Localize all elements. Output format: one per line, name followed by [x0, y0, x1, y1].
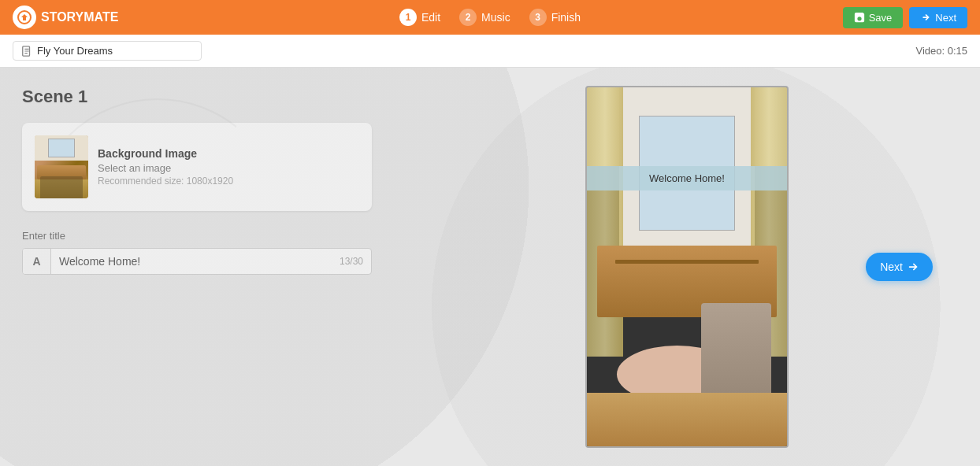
step-finish[interactable]: 3 Finish	[529, 9, 581, 26]
room-scene: Welcome Home!	[587, 87, 787, 446]
bg-select-text: Select an image	[98, 162, 233, 174]
header-actions: Save Next	[843, 7, 967, 28]
next-float-button[interactable]: Next	[866, 253, 933, 281]
step-edit[interactable]: 1 Edit	[399, 9, 440, 26]
title-char-count: 13/30	[332, 250, 371, 273]
next-label: Next	[935, 12, 956, 24]
phone-preview: Welcome Home!	[585, 86, 789, 448]
step-indicator: 1 Edit 2 Music 3 Finish	[399, 9, 581, 26]
next-float-label: Next	[880, 261, 903, 273]
app-name: STORYMATE	[41, 10, 118, 24]
next-arrow-icon	[908, 261, 919, 272]
step-music-label: Music	[481, 11, 510, 24]
save-label: Save	[869, 12, 893, 24]
subheader: Fly Your Dreams Video: 0:15	[0, 35, 980, 68]
save-button[interactable]: Save	[843, 7, 904, 28]
title-input-field[interactable]	[51, 249, 332, 274]
bg-image-title: Background Image	[98, 147, 233, 160]
title-section: Enter title A 13/30	[22, 230, 372, 275]
bg-thumbnail-image	[35, 135, 88, 198]
document-icon	[21, 46, 32, 57]
logo-icon	[13, 6, 36, 29]
scene-title: Scene 1	[22, 87, 372, 107]
project-name: Fly Your Dreams	[37, 45, 113, 57]
bg-thumbnail	[35, 135, 88, 198]
bg-recommended-text: Recommended size: 1080x1920	[98, 176, 233, 187]
title-label: Enter title	[22, 230, 372, 242]
title-input-row: A 13/30	[22, 248, 372, 275]
bg-image-card[interactable]: Background Image Select an image Recomme…	[22, 123, 372, 211]
app-header: STORYMATE 1 Edit 2 Music 3 Finish Save	[0, 0, 980, 35]
step-finish-num: 3	[529, 9, 547, 26]
app-logo: STORYMATE	[13, 6, 118, 29]
video-info: Video: 0:15	[915, 45, 967, 57]
next-button-header[interactable]: Next	[909, 7, 967, 28]
step-music-num: 2	[459, 9, 477, 26]
step-edit-label: Edit	[421, 11, 440, 24]
main-content: Scene 1 Background Image Select an image…	[0, 68, 980, 466]
step-finish-label: Finish	[551, 11, 581, 24]
left-panel: Scene 1 Background Image Select an image…	[0, 68, 394, 466]
title-font-icon: A	[23, 249, 51, 274]
project-name-field[interactable]: Fly Your Dreams	[13, 41, 202, 61]
bg-image-info: Background Image Select an image Recomme…	[98, 147, 233, 187]
step-edit-num: 1	[399, 9, 417, 26]
right-panel: Welcome Home! Next	[394, 68, 980, 466]
step-music[interactable]: 2 Music	[459, 9, 510, 26]
room-floor	[587, 393, 787, 446]
welcome-banner: Welcome Home!	[587, 166, 787, 190]
